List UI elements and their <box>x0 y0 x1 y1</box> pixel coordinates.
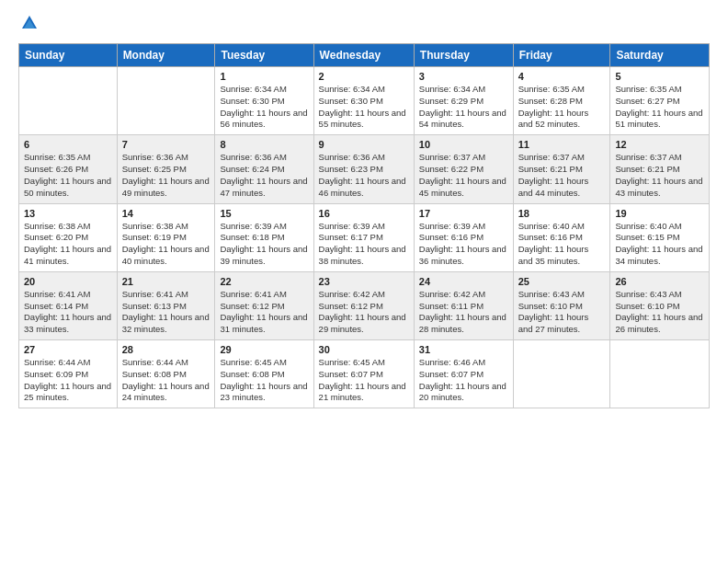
day-number: 11 <box>518 139 606 150</box>
day-info: Sunrise: 6:44 AMSunset: 6:08 PMDaylight:… <box>122 357 210 404</box>
calendar-cell <box>19 67 118 135</box>
calendar-cell: 3Sunrise: 6:34 AMSunset: 6:29 PMDaylight… <box>414 67 513 135</box>
day-info: Sunrise: 6:40 AMSunset: 6:16 PMDaylight:… <box>518 221 606 268</box>
calendar-cell: 26Sunrise: 6:43 AMSunset: 6:10 PMDayligh… <box>610 271 710 339</box>
calendar-week-row: 6Sunrise: 6:35 AMSunset: 6:26 PMDaylight… <box>19 135 710 203</box>
day-number: 10 <box>419 139 508 150</box>
day-number: 14 <box>122 208 210 219</box>
logo <box>18 14 39 34</box>
day-info: Sunrise: 6:42 AMSunset: 6:12 PMDaylight:… <box>319 289 409 336</box>
calendar-week-row: 13Sunrise: 6:38 AMSunset: 6:20 PMDayligh… <box>19 203 710 271</box>
calendar-cell: 28Sunrise: 6:44 AMSunset: 6:08 PMDayligh… <box>117 340 215 408</box>
day-info: Sunrise: 6:45 AMSunset: 6:07 PMDaylight:… <box>319 357 409 404</box>
calendar-cell: 2Sunrise: 6:34 AMSunset: 6:30 PMDaylight… <box>313 67 414 135</box>
calendar-cell: 5Sunrise: 6:35 AMSunset: 6:27 PMDaylight… <box>610 67 710 135</box>
calendar-cell: 14Sunrise: 6:38 AMSunset: 6:19 PMDayligh… <box>117 203 215 271</box>
logo-icon <box>20 14 39 32</box>
day-number: 22 <box>220 276 308 287</box>
day-number: 18 <box>518 208 606 219</box>
day-info: Sunrise: 6:41 AMSunset: 6:13 PMDaylight:… <box>122 289 210 336</box>
day-info: Sunrise: 6:38 AMSunset: 6:20 PMDaylight:… <box>24 221 112 268</box>
day-number: 20 <box>24 276 112 287</box>
day-number: 29 <box>220 344 308 355</box>
day-number: 7 <box>122 139 210 150</box>
col-thursday: Thursday <box>414 44 513 67</box>
col-friday: Friday <box>513 44 610 67</box>
header <box>18 14 710 34</box>
col-saturday: Saturday <box>610 44 710 67</box>
day-number: 30 <box>319 344 409 355</box>
calendar-cell: 31Sunrise: 6:46 AMSunset: 6:07 PMDayligh… <box>414 340 513 408</box>
day-number: 26 <box>615 276 704 287</box>
calendar-cell: 8Sunrise: 6:36 AMSunset: 6:24 PMDaylight… <box>215 135 313 203</box>
calendar-cell: 10Sunrise: 6:37 AMSunset: 6:22 PMDayligh… <box>414 135 513 203</box>
calendar-week-row: 20Sunrise: 6:41 AMSunset: 6:14 PMDayligh… <box>19 271 710 339</box>
calendar-cell <box>610 340 710 408</box>
col-monday: Monday <box>117 44 215 67</box>
day-number: 24 <box>419 276 508 287</box>
day-number: 15 <box>220 208 308 219</box>
calendar-cell: 27Sunrise: 6:44 AMSunset: 6:09 PMDayligh… <box>19 340 118 408</box>
day-info: Sunrise: 6:42 AMSunset: 6:11 PMDaylight:… <box>419 289 508 336</box>
day-number: 8 <box>220 139 308 150</box>
calendar-cell: 29Sunrise: 6:45 AMSunset: 6:08 PMDayligh… <box>215 340 313 408</box>
calendar-cell: 13Sunrise: 6:38 AMSunset: 6:20 PMDayligh… <box>19 203 118 271</box>
calendar-cell: 21Sunrise: 6:41 AMSunset: 6:13 PMDayligh… <box>117 271 215 339</box>
day-number: 19 <box>615 208 704 219</box>
calendar-cell: 12Sunrise: 6:37 AMSunset: 6:21 PMDayligh… <box>610 135 710 203</box>
day-number: 4 <box>518 71 606 82</box>
day-info: Sunrise: 6:40 AMSunset: 6:15 PMDaylight:… <box>615 221 704 268</box>
day-number: 12 <box>615 139 704 150</box>
day-info: Sunrise: 6:36 AMSunset: 6:23 PMDaylight:… <box>319 152 409 199</box>
col-tuesday: Tuesday <box>215 44 313 67</box>
calendar-cell: 15Sunrise: 6:39 AMSunset: 6:18 PMDayligh… <box>215 203 313 271</box>
calendar-cell <box>117 67 215 135</box>
day-info: Sunrise: 6:41 AMSunset: 6:14 PMDaylight:… <box>24 289 112 336</box>
day-number: 2 <box>319 71 409 82</box>
calendar-cell: 19Sunrise: 6:40 AMSunset: 6:15 PMDayligh… <box>610 203 710 271</box>
day-info: Sunrise: 6:43 AMSunset: 6:10 PMDaylight:… <box>518 289 606 336</box>
calendar-cell: 6Sunrise: 6:35 AMSunset: 6:26 PMDaylight… <box>19 135 118 203</box>
calendar-cell: 16Sunrise: 6:39 AMSunset: 6:17 PMDayligh… <box>313 203 414 271</box>
day-info: Sunrise: 6:39 AMSunset: 6:17 PMDaylight:… <box>319 221 409 268</box>
day-number: 23 <box>319 276 409 287</box>
calendar-cell: 1Sunrise: 6:34 AMSunset: 6:30 PMDaylight… <box>215 67 313 135</box>
day-number: 27 <box>24 344 112 355</box>
day-info: Sunrise: 6:37 AMSunset: 6:21 PMDaylight:… <box>518 152 606 199</box>
day-info: Sunrise: 6:34 AMSunset: 6:30 PMDaylight:… <box>319 84 409 131</box>
calendar-cell: 23Sunrise: 6:42 AMSunset: 6:12 PMDayligh… <box>313 271 414 339</box>
day-info: Sunrise: 6:35 AMSunset: 6:27 PMDaylight:… <box>615 84 704 131</box>
calendar-cell: 17Sunrise: 6:39 AMSunset: 6:16 PMDayligh… <box>414 203 513 271</box>
day-number: 28 <box>122 344 210 355</box>
calendar-cell: 20Sunrise: 6:41 AMSunset: 6:14 PMDayligh… <box>19 271 118 339</box>
calendar-cell: 18Sunrise: 6:40 AMSunset: 6:16 PMDayligh… <box>513 203 610 271</box>
day-info: Sunrise: 6:38 AMSunset: 6:19 PMDaylight:… <box>122 221 210 268</box>
day-info: Sunrise: 6:46 AMSunset: 6:07 PMDaylight:… <box>419 357 508 404</box>
day-number: 3 <box>419 71 508 82</box>
calendar-table: Sunday Monday Tuesday Wednesday Thursday… <box>18 43 710 408</box>
day-number: 13 <box>24 208 112 219</box>
day-info: Sunrise: 6:39 AMSunset: 6:16 PMDaylight:… <box>419 221 508 268</box>
day-number: 1 <box>220 71 308 82</box>
day-info: Sunrise: 6:43 AMSunset: 6:10 PMDaylight:… <box>615 289 704 336</box>
calendar-week-row: 1Sunrise: 6:34 AMSunset: 6:30 PMDaylight… <box>19 67 710 135</box>
day-number: 31 <box>419 344 508 355</box>
day-info: Sunrise: 6:45 AMSunset: 6:08 PMDaylight:… <box>220 357 308 404</box>
calendar-week-row: 27Sunrise: 6:44 AMSunset: 6:09 PMDayligh… <box>19 340 710 408</box>
day-number: 6 <box>24 139 112 150</box>
day-info: Sunrise: 6:36 AMSunset: 6:24 PMDaylight:… <box>220 152 308 199</box>
day-info: Sunrise: 6:34 AMSunset: 6:30 PMDaylight:… <box>220 84 308 131</box>
day-number: 9 <box>319 139 409 150</box>
calendar-cell: 4Sunrise: 6:35 AMSunset: 6:28 PMDaylight… <box>513 67 610 135</box>
day-info: Sunrise: 6:37 AMSunset: 6:22 PMDaylight:… <box>419 152 508 199</box>
calendar-cell: 30Sunrise: 6:45 AMSunset: 6:07 PMDayligh… <box>313 340 414 408</box>
calendar-cell: 11Sunrise: 6:37 AMSunset: 6:21 PMDayligh… <box>513 135 610 203</box>
day-info: Sunrise: 6:36 AMSunset: 6:25 PMDaylight:… <box>122 152 210 199</box>
calendar-cell: 25Sunrise: 6:43 AMSunset: 6:10 PMDayligh… <box>513 271 610 339</box>
day-number: 25 <box>518 276 606 287</box>
day-info: Sunrise: 6:35 AMSunset: 6:28 PMDaylight:… <box>518 84 606 131</box>
day-info: Sunrise: 6:34 AMSunset: 6:29 PMDaylight:… <box>419 84 508 131</box>
col-wednesday: Wednesday <box>313 44 414 67</box>
page: Sunday Monday Tuesday Wednesday Thursday… <box>0 0 728 563</box>
calendar-cell <box>513 340 610 408</box>
